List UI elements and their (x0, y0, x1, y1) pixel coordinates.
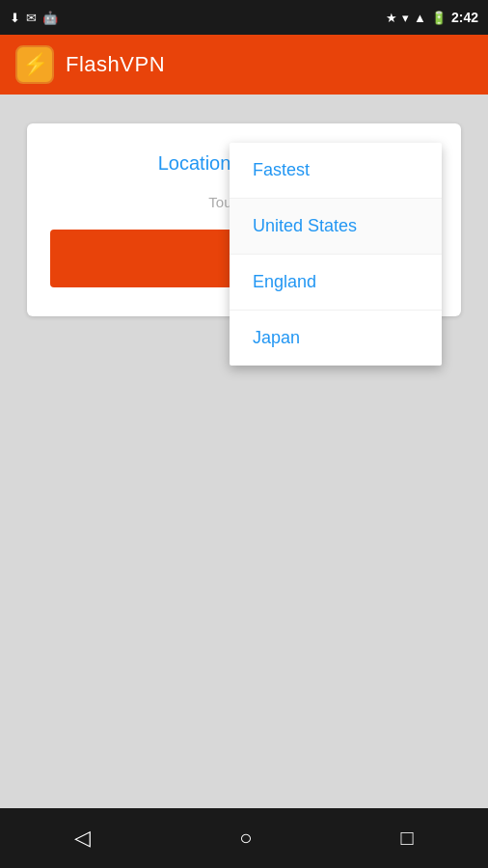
star-icon: ★ (386, 11, 397, 25)
bottom-nav: ◁ ○ □ (0, 808, 488, 868)
signal-icon: ▲ (414, 11, 426, 25)
dropdown-item-japan[interactable]: Japan (230, 311, 442, 366)
dropdown-menu: Fastest United States England Japan (230, 143, 442, 366)
dropdown-item-england[interactable]: England (230, 255, 442, 311)
dropdown-item-united-states[interactable]: United States (230, 199, 442, 255)
download-icon: ⬇ (10, 11, 20, 25)
battery-icon: 🔋 (431, 11, 447, 25)
status-bar: ⬇ ✉ 🤖 ★ ▾ ▲ 🔋 2:42 (0, 0, 488, 35)
app-title: FlashVPN (66, 52, 165, 77)
status-time: 2:42 (451, 10, 478, 25)
gmail-icon: ✉ (26, 11, 37, 25)
flash-icon: ⚡ (22, 52, 48, 77)
wifi-icon: ▾ (402, 11, 409, 25)
recents-button[interactable]: □ (401, 826, 414, 851)
main-content: Location: ▼ Fastest Touch bu... S Fastes… (0, 95, 488, 345)
location-label: Location: (158, 152, 236, 175)
android-icon: 🤖 (42, 11, 58, 25)
home-button[interactable]: ○ (239, 826, 252, 851)
card: Location: ▼ Fastest Touch bu... S Fastes… (27, 123, 461, 316)
app-logo: ⚡ (15, 45, 54, 84)
back-button[interactable]: ◁ (74, 826, 91, 851)
app-bar: ⚡ FlashVPN (0, 35, 488, 95)
dropdown-item-fastest[interactable]: Fastest (230, 143, 442, 199)
status-bar-left: ⬇ ✉ 🤖 (10, 11, 58, 25)
status-bar-right: ★ ▾ ▲ 🔋 2:42 (386, 10, 478, 25)
